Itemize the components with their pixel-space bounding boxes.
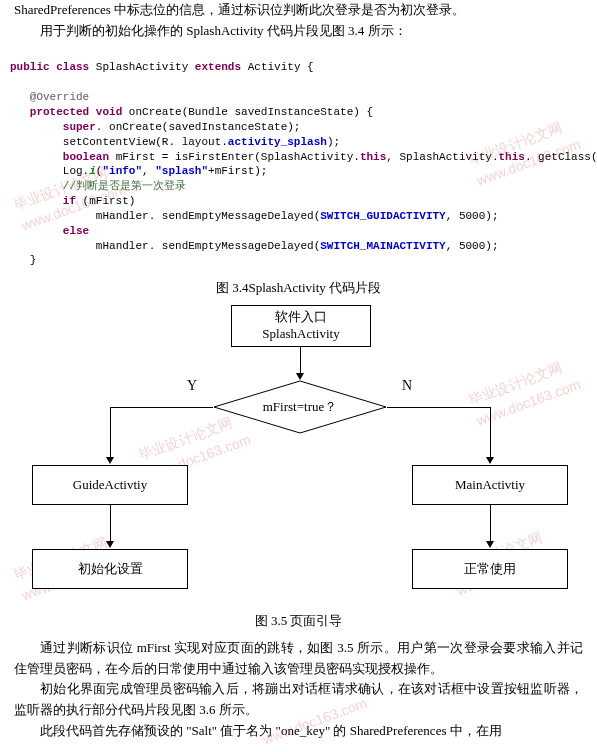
arrow-icon [106,541,114,548]
flow-line [110,505,111,545]
arrow-icon [486,541,494,548]
arrow-icon [106,457,114,464]
outro-p1: 通过判断标识位 mFirst 实现对应页面的跳转，如图 3.5 所示。用户第一次… [0,638,597,680]
label-y: Y [187,375,197,397]
flow-line [387,407,491,408]
figure-caption-3-5: 图 3.5 页面引导 [0,605,597,638]
flow-line [110,407,213,408]
outro-p3: 此段代码首先存储预设的 "Salt" 值于名为 "one_key" 的 Shar… [0,721,597,742]
flow-entry: 软件入口 SplashActivity [231,305,371,347]
arrow-icon [296,373,304,380]
figure-caption-3-4: 图 3.4SplashActivity 代码片段 [0,272,597,305]
flow-decision: mFirst=true？ [213,380,387,434]
intro-line-1: SharedPreferences 中标志位的信息，通过标识位判断此次登录是否为… [0,0,597,21]
arrow-icon [486,457,494,464]
flow-line [490,407,491,461]
intro-line-2: 用于判断的初始化操作的 SplashActivity 代码片段见图 3.4 所示… [0,21,597,42]
flow-guide: GuideActivtiy [32,465,188,505]
flowchart: 软件入口 SplashActivity mFirst=true？ Y N Gui… [0,305,597,605]
flow-line [490,505,491,545]
code-block: public class SplashActivity extends Acti… [0,42,597,273]
flow-main: MainActivtiy [412,465,568,505]
outro-p2: 初始化界面完成管理员密码输入后，将蹦出对话框请求确认，在该对话框中设置按钮监听器… [0,679,597,721]
flow-init: 初始化设置 [32,549,188,589]
label-n: N [402,375,412,397]
flow-line [110,407,111,461]
flow-normal: 正常使用 [412,549,568,589]
